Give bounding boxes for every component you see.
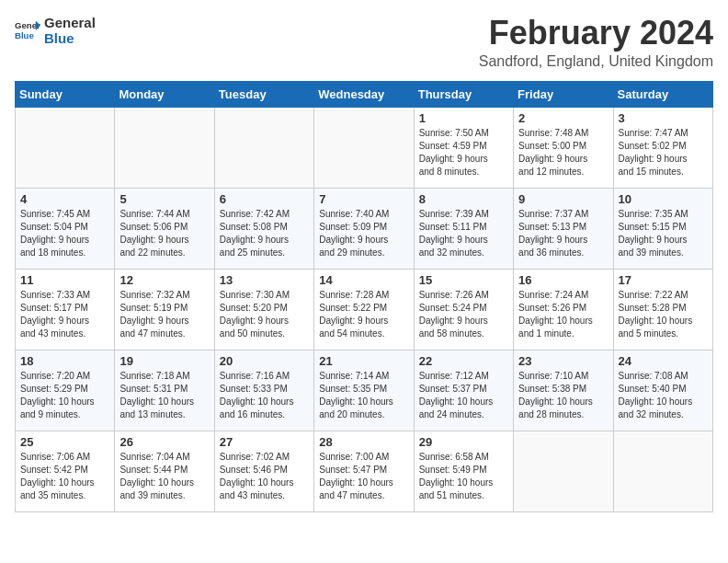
calendar-week-5: 25Sunrise: 7:06 AM Sunset: 5:42 PM Dayli… xyxy=(16,431,713,511)
calendar-cell: 26Sunrise: 7:04 AM Sunset: 5:44 PM Dayli… xyxy=(115,431,214,511)
day-number: 27 xyxy=(220,435,309,449)
calendar-cell: 17Sunrise: 7:22 AM Sunset: 5:28 PM Dayli… xyxy=(613,269,712,350)
day-number: 2 xyxy=(518,111,608,125)
day-content: Sunrise: 7:47 AM Sunset: 5:02 PM Dayligh… xyxy=(619,127,708,178)
day-number: 19 xyxy=(119,354,209,368)
calendar-cell: 22Sunrise: 7:12 AM Sunset: 5:37 PM Dayli… xyxy=(414,350,513,431)
day-content: Sunrise: 7:44 AM Sunset: 5:06 PM Dayligh… xyxy=(119,208,209,259)
day-content: Sunrise: 7:20 AM Sunset: 5:29 PM Dayligh… xyxy=(20,370,109,421)
day-content: Sunrise: 7:37 AM Sunset: 5:13 PM Dayligh… xyxy=(518,208,608,259)
calendar-cell: 8Sunrise: 7:39 AM Sunset: 5:11 PM Daylig… xyxy=(414,188,513,269)
day-number: 9 xyxy=(518,192,608,206)
header-row: SundayMondayTuesdayWednesdayThursdayFrid… xyxy=(16,81,713,107)
calendar-cell: 24Sunrise: 7:08 AM Sunset: 5:40 PM Dayli… xyxy=(613,350,712,431)
calendar-cell: 21Sunrise: 7:14 AM Sunset: 5:35 PM Dayli… xyxy=(314,350,414,431)
day-number: 24 xyxy=(619,354,708,368)
day-number: 14 xyxy=(319,273,408,287)
day-content: Sunrise: 7:30 AM Sunset: 5:20 PM Dayligh… xyxy=(220,289,309,340)
day-content: Sunrise: 7:42 AM Sunset: 5:08 PM Dayligh… xyxy=(220,208,309,259)
calendar-cell: 10Sunrise: 7:35 AM Sunset: 5:15 PM Dayli… xyxy=(613,188,712,269)
day-content: Sunrise: 7:26 AM Sunset: 5:24 PM Dayligh… xyxy=(419,289,508,340)
calendar-cell: 27Sunrise: 7:02 AM Sunset: 5:46 PM Dayli… xyxy=(214,431,313,511)
calendar-week-2: 4Sunrise: 7:45 AM Sunset: 5:04 PM Daylig… xyxy=(16,188,713,269)
day-content: Sunrise: 7:32 AM Sunset: 5:19 PM Dayligh… xyxy=(119,289,209,340)
day-number: 15 xyxy=(419,273,508,287)
day-content: Sunrise: 7:50 AM Sunset: 4:59 PM Dayligh… xyxy=(419,127,508,178)
location-subtitle: Sandford, England, United Kingdom xyxy=(479,53,713,70)
calendar-cell: 6Sunrise: 7:42 AM Sunset: 5:08 PM Daylig… xyxy=(214,188,313,269)
day-content: Sunrise: 7:48 AM Sunset: 5:00 PM Dayligh… xyxy=(518,127,608,178)
day-content: Sunrise: 7:10 AM Sunset: 5:38 PM Dayligh… xyxy=(518,370,608,421)
calendar-cell xyxy=(514,431,613,511)
day-content: Sunrise: 7:18 AM Sunset: 5:31 PM Dayligh… xyxy=(119,370,209,421)
day-content: Sunrise: 7:33 AM Sunset: 5:17 PM Dayligh… xyxy=(20,289,109,340)
calendar-week-4: 18Sunrise: 7:20 AM Sunset: 5:29 PM Dayli… xyxy=(16,350,713,431)
day-number: 6 xyxy=(220,192,309,206)
day-number: 21 xyxy=(319,354,408,368)
calendar-cell: 3Sunrise: 7:47 AM Sunset: 5:02 PM Daylig… xyxy=(613,107,712,188)
calendar-cell xyxy=(314,107,414,188)
calendar-cell: 14Sunrise: 7:28 AM Sunset: 5:22 PM Dayli… xyxy=(314,269,414,350)
calendar-cell: 23Sunrise: 7:10 AM Sunset: 5:38 PM Dayli… xyxy=(514,350,613,431)
day-content: Sunrise: 7:12 AM Sunset: 5:37 PM Dayligh… xyxy=(419,370,508,421)
calendar-cell: 9Sunrise: 7:37 AM Sunset: 5:13 PM Daylig… xyxy=(514,188,613,269)
day-number: 13 xyxy=(220,273,309,287)
calendar-cell: 1Sunrise: 7:50 AM Sunset: 4:59 PM Daylig… xyxy=(414,107,513,188)
calendar-cell: 18Sunrise: 7:20 AM Sunset: 5:29 PM Dayli… xyxy=(16,350,115,431)
day-content: Sunrise: 7:08 AM Sunset: 5:40 PM Dayligh… xyxy=(619,370,708,421)
col-header-tuesday: Tuesday xyxy=(214,81,313,107)
day-number: 7 xyxy=(319,192,408,206)
day-number: 12 xyxy=(119,273,209,287)
day-content: Sunrise: 7:39 AM Sunset: 5:11 PM Dayligh… xyxy=(419,208,508,259)
svg-text:Blue: Blue xyxy=(15,30,34,40)
col-header-saturday: Saturday xyxy=(613,81,712,107)
day-number: 23 xyxy=(518,354,608,368)
day-content: Sunrise: 7:28 AM Sunset: 5:22 PM Dayligh… xyxy=(319,289,408,340)
day-content: Sunrise: 7:00 AM Sunset: 5:47 PM Dayligh… xyxy=(319,451,408,502)
day-content: Sunrise: 6:58 AM Sunset: 5:49 PM Dayligh… xyxy=(419,451,508,502)
calendar-cell: 16Sunrise: 7:24 AM Sunset: 5:26 PM Dayli… xyxy=(514,269,613,350)
day-content: Sunrise: 7:40 AM Sunset: 5:09 PM Dayligh… xyxy=(319,208,408,259)
day-number: 18 xyxy=(20,354,109,368)
calendar-cell: 11Sunrise: 7:33 AM Sunset: 5:17 PM Dayli… xyxy=(16,269,115,350)
day-number: 8 xyxy=(419,192,508,206)
calendar-cell xyxy=(115,107,214,188)
day-number: 16 xyxy=(518,273,608,287)
day-number: 22 xyxy=(419,354,508,368)
day-number: 25 xyxy=(20,435,109,449)
day-number: 26 xyxy=(119,435,209,449)
day-number: 5 xyxy=(119,192,209,206)
calendar-cell: 29Sunrise: 6:58 AM Sunset: 5:49 PM Dayli… xyxy=(414,431,513,511)
calendar-cell: 15Sunrise: 7:26 AM Sunset: 5:24 PM Dayli… xyxy=(414,269,513,350)
calendar-cell: 12Sunrise: 7:32 AM Sunset: 5:19 PM Dayli… xyxy=(115,269,214,350)
calendar-cell: 28Sunrise: 7:00 AM Sunset: 5:47 PM Dayli… xyxy=(314,431,414,511)
logo-general: General xyxy=(44,15,96,30)
day-number: 17 xyxy=(619,273,708,287)
calendar-cell xyxy=(214,107,313,188)
logo: General Blue General Blue xyxy=(15,15,96,47)
title-block: February 2024 Sandford, England, United … xyxy=(479,15,713,70)
day-number: 29 xyxy=(419,435,508,449)
calendar-week-1: 1Sunrise: 7:50 AM Sunset: 4:59 PM Daylig… xyxy=(16,107,713,188)
day-content: Sunrise: 7:22 AM Sunset: 5:28 PM Dayligh… xyxy=(619,289,708,340)
calendar-cell: 13Sunrise: 7:30 AM Sunset: 5:20 PM Dayli… xyxy=(214,269,313,350)
month-title: February 2024 xyxy=(479,15,713,52)
page-header: General Blue General Blue February 2024 … xyxy=(15,15,713,70)
calendar-table: SundayMondayTuesdayWednesdayThursdayFrid… xyxy=(15,81,713,512)
day-content: Sunrise: 7:35 AM Sunset: 5:15 PM Dayligh… xyxy=(619,208,708,259)
day-number: 28 xyxy=(319,435,408,449)
logo-blue: Blue xyxy=(44,30,96,46)
day-content: Sunrise: 7:24 AM Sunset: 5:26 PM Dayligh… xyxy=(518,289,608,340)
calendar-cell: 19Sunrise: 7:18 AM Sunset: 5:31 PM Dayli… xyxy=(115,350,214,431)
calendar-cell: 7Sunrise: 7:40 AM Sunset: 5:09 PM Daylig… xyxy=(314,188,414,269)
col-header-friday: Friday xyxy=(514,81,613,107)
calendar-cell: 2Sunrise: 7:48 AM Sunset: 5:00 PM Daylig… xyxy=(514,107,613,188)
day-number: 1 xyxy=(419,111,508,125)
calendar-cell xyxy=(613,431,712,511)
calendar-cell xyxy=(16,107,115,188)
col-header-monday: Monday xyxy=(115,81,214,107)
day-content: Sunrise: 7:16 AM Sunset: 5:33 PM Dayligh… xyxy=(220,370,309,421)
day-content: Sunrise: 7:02 AM Sunset: 5:46 PM Dayligh… xyxy=(220,451,309,502)
day-number: 11 xyxy=(20,273,109,287)
logo-icon: General Blue xyxy=(15,17,40,43)
